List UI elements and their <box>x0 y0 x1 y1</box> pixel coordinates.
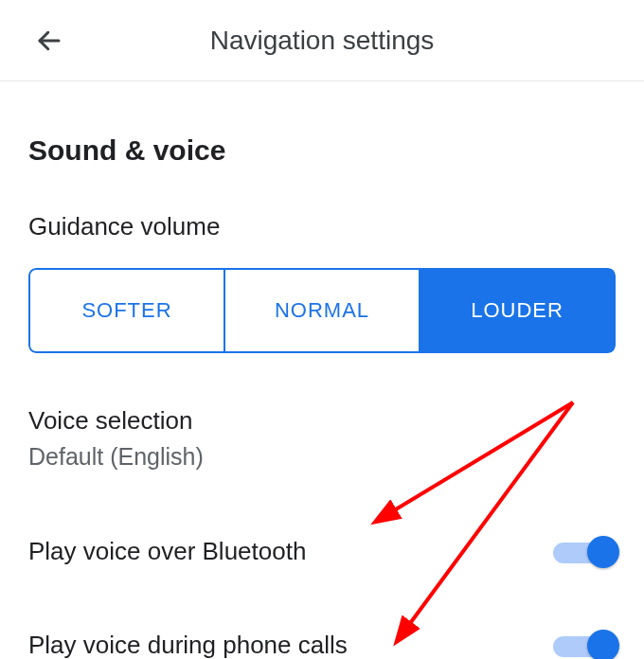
bluetooth-label: Play voice over Bluetooth <box>28 537 306 566</box>
page-title: Navigation settings <box>70 26 574 56</box>
toggle-thumb <box>587 630 619 660</box>
back-arrow-icon <box>35 27 63 55</box>
phone-calls-toggle[interactable] <box>553 632 616 660</box>
phone-calls-label: Play voice during phone calls <box>28 631 348 659</box>
toggle-thumb <box>587 536 619 568</box>
guidance-volume-segmented: SOFTER NORMAL LOUDER <box>28 268 616 353</box>
guidance-normal-button[interactable]: NORMAL <box>225 268 420 353</box>
guidance-louder-button[interactable]: LOUDER <box>420 268 616 353</box>
voice-selection-label: Voice selection <box>28 406 616 436</box>
back-button[interactable] <box>28 20 70 62</box>
header: Navigation settings <box>0 0 644 81</box>
content: Sound & voice Guidance volume SOFTER NOR… <box>0 81 644 659</box>
bluetooth-row: Play voice over Bluetooth <box>28 537 616 566</box>
guidance-volume-label: Guidance volume <box>28 212 616 241</box>
guidance-softer-button[interactable]: SOFTER <box>28 268 225 353</box>
phone-calls-row: Play voice during phone calls <box>28 631 616 659</box>
voice-selection-row[interactable]: Voice selection Default (English) <box>28 406 616 471</box>
section-title: Sound & voice <box>28 134 616 167</box>
bluetooth-toggle[interactable] <box>553 538 616 566</box>
voice-selection-value: Default (English) <box>28 443 616 471</box>
